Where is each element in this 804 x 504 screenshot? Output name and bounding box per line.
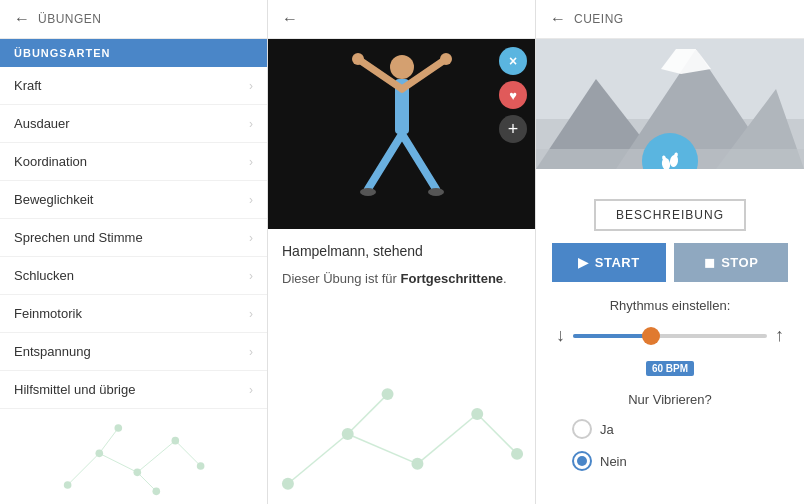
exercise-figure-svg: [268, 39, 536, 229]
exercise-title: Hampelmann, stehend: [282, 243, 521, 259]
svg-point-11: [172, 437, 180, 445]
radio-nein-label: Nein: [600, 454, 627, 469]
svg-line-5: [137, 472, 156, 491]
close-button[interactable]: ×: [499, 47, 527, 75]
exercise-desc-suffix: .: [503, 271, 507, 286]
panel-cueing: ← CUEING: [536, 0, 804, 504]
stop-label: STOP: [721, 255, 758, 270]
svg-point-42: [661, 157, 671, 169]
stop-icon: ◼: [704, 255, 716, 270]
slider-row: ↓ ↑: [552, 325, 788, 346]
start-label: START: [595, 255, 640, 270]
svg-line-2: [137, 441, 175, 473]
radio-ja-row[interactable]: Ja: [552, 419, 788, 439]
chevron-icon-schlucken: ›: [249, 269, 253, 283]
arrow-down-icon[interactable]: ↓: [556, 325, 565, 346]
svg-line-0: [68, 453, 100, 485]
svg-point-14: [390, 55, 414, 79]
svg-line-1: [99, 453, 137, 472]
radio-nein[interactable]: [572, 451, 592, 471]
svg-point-44: [669, 154, 679, 167]
back-button-panel3[interactable]: ←: [550, 10, 566, 28]
beschreibung-button[interactable]: BESCHREIBUNG: [594, 199, 746, 231]
svg-point-18: [352, 53, 364, 65]
panel-exercise-detail: ← × ♥ + Hampelmann, stehend: [268, 0, 536, 504]
svg-point-7: [96, 450, 104, 458]
stop-button[interactable]: ◼ STOP: [674, 243, 788, 282]
menu-item-schlucken[interactable]: Schlucken ›: [0, 257, 267, 295]
menu-item-entspannung[interactable]: Entspannung ›: [0, 333, 267, 371]
chevron-icon-sprechen: ›: [249, 231, 253, 245]
play-icon: ▶: [578, 255, 589, 270]
menu-item-beweglichkeit[interactable]: Beweglichkeit ›: [0, 181, 267, 219]
svg-point-12: [197, 462, 205, 470]
menu-item-schlucken-label: Schlucken: [14, 268, 74, 283]
rhythmus-label: Rhythmus einstellen:: [552, 298, 788, 313]
exercise-desc-prefix: Dieser Übung ist für: [282, 271, 401, 286]
chevron-icon-koordination: ›: [249, 155, 253, 169]
menu-item-koordination-label: Koordination: [14, 154, 87, 169]
exercise-description: Dieser Übung ist für Fortgeschrittene.: [282, 269, 521, 289]
back-button-panel2[interactable]: ←: [282, 10, 298, 28]
menu-item-koordination[interactable]: Koordination ›: [0, 143, 267, 181]
panel2-header: ←: [268, 0, 535, 39]
menu-item-feinmotorik-label: Feinmotorik: [14, 306, 82, 321]
chevron-icon-hilfsmittel: ›: [249, 383, 253, 397]
panel3-header-title: CUEING: [574, 12, 624, 26]
panel3-header: ← CUEING: [536, 0, 804, 39]
panel-exercises: ← ÜBUNGEN ÜBUNGSARTEN Kraft › Ausdauer ›…: [0, 0, 268, 504]
bpm-slider-track[interactable]: [573, 334, 767, 338]
panel1-header-title: ÜBUNGEN: [38, 12, 102, 26]
menu-item-hilfsmittel-label: Hilfsmittel und übrige: [14, 382, 135, 397]
menu-item-sprechen-label: Sprechen und Stimme: [14, 230, 143, 245]
exercise-content: Hampelmann, stehend Dieser Übung ist für…: [268, 229, 535, 504]
svg-point-23: [428, 188, 444, 196]
svg-point-22: [360, 188, 376, 196]
exercise-image: × ♥ +: [268, 39, 535, 229]
menu-item-sprechen[interactable]: Sprechen und Stimme ›: [0, 219, 267, 257]
start-button[interactable]: ▶ START: [552, 243, 666, 282]
menu-item-feinmotorik[interactable]: Feinmotorik ›: [0, 295, 267, 333]
chevron-icon-feinmotorik: ›: [249, 307, 253, 321]
network-decoration-panel1: [0, 409, 267, 504]
cueing-body: BESCHREIBUNG ▶ START ◼ STOP Rhythmus ein…: [536, 169, 804, 504]
start-stop-row: ▶ START ◼ STOP: [552, 243, 788, 282]
menu-item-ausdauer[interactable]: Ausdauer ›: [0, 105, 267, 143]
svg-point-19: [440, 53, 452, 65]
radio-nein-inner: [577, 456, 587, 466]
menu-item-ausdauer-label: Ausdauer: [14, 116, 70, 131]
arrow-up-icon[interactable]: ↑: [775, 325, 784, 346]
chevron-icon-ausdauer: ›: [249, 117, 253, 131]
chevron-icon-kraft: ›: [249, 79, 253, 93]
panel1-header: ← ÜBUNGEN: [0, 0, 267, 39]
svg-line-3: [175, 441, 200, 466]
section-title-ubungsarten: ÜBUNGSARTEN: [0, 39, 267, 67]
menu-item-kraft[interactable]: Kraft ›: [0, 67, 267, 105]
menu-item-beweglichkeit-label: Beweglichkeit: [14, 192, 94, 207]
bpm-slider-thumb[interactable]: [642, 327, 660, 345]
svg-point-10: [153, 488, 161, 496]
svg-line-4: [99, 428, 118, 453]
radio-ja[interactable]: [572, 419, 592, 439]
svg-point-8: [115, 424, 123, 432]
favorite-button[interactable]: ♥: [499, 81, 527, 109]
vibrieren-label: Nur Vibrieren?: [552, 392, 788, 407]
add-button[interactable]: +: [499, 115, 527, 143]
svg-point-9: [134, 469, 142, 477]
exercise-desc-bold: Fortgeschrittene: [401, 271, 504, 286]
bpm-badge: 60 BPM: [646, 361, 694, 376]
menu-item-hilfsmittel[interactable]: Hilfsmittel und übrige ›: [0, 371, 267, 409]
chevron-icon-beweglichkeit: ›: [249, 193, 253, 207]
bpm-slider-fill: [573, 334, 651, 338]
svg-point-6: [64, 481, 72, 489]
menu-item-entspannung-label: Entspannung: [14, 344, 91, 359]
cueing-hero-image: [536, 39, 804, 169]
chevron-icon-entspannung: ›: [249, 345, 253, 359]
menu-item-kraft-label: Kraft: [14, 78, 41, 93]
radio-nein-row[interactable]: Nein: [552, 451, 788, 471]
back-button-panel1[interactable]: ←: [14, 10, 30, 28]
radio-ja-label: Ja: [600, 422, 614, 437]
